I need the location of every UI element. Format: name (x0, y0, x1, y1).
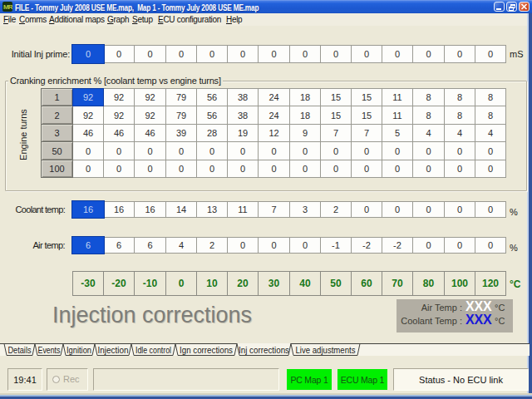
svg-text:Details: Details (8, 345, 32, 355)
svg-text:Ign corrections: Ign corrections (180, 345, 233, 355)
svg-text:Live adjustments: Live adjustments (296, 345, 356, 355)
svg-text:Inj corrections: Inj corrections (239, 345, 289, 355)
svg-text:Ignition: Ignition (66, 345, 91, 355)
svg-text:Events: Events (38, 345, 61, 355)
svg-text:Injection: Injection (98, 345, 129, 355)
svg-text:Idle control: Idle control (135, 345, 171, 355)
